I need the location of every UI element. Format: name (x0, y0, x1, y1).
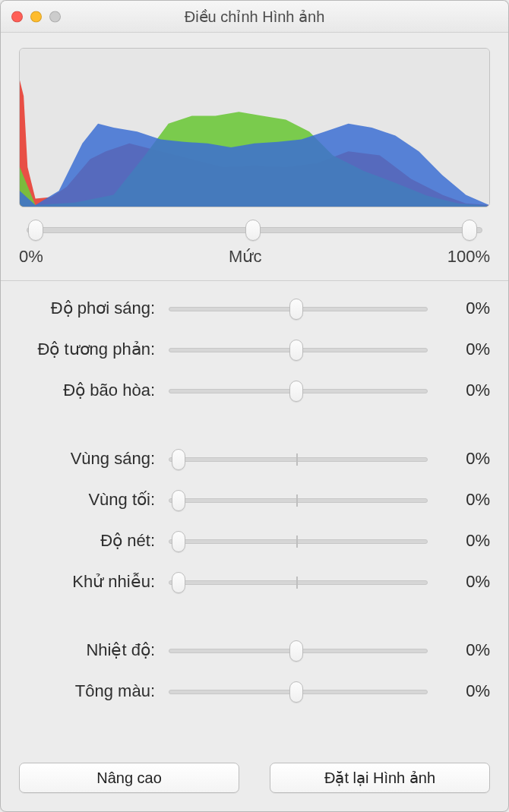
slider-row: Độ phơi sáng:0% (19, 295, 490, 322)
levels-right-label: 100% (447, 247, 490, 267)
slider-row: Vùng tối:0% (19, 486, 490, 513)
histogram (19, 48, 490, 207)
levels-labels: 0% Mức 100% (19, 247, 490, 267)
slider-tick (296, 536, 298, 548)
window-title: Điều chỉnh Hình ảnh (1, 8, 508, 26)
slider-rows: Độ phơi sáng:0%Độ tương phản:0%Độ bão hò… (19, 295, 490, 705)
slider-value: 0% (437, 299, 490, 318)
content-area: 0% Mức 100% Độ phơi sáng:0%Độ tương phản… (1, 33, 508, 811)
slider-row: Nhiệt độ:0% (19, 637, 490, 664)
levels-left-label: 0% (19, 247, 43, 267)
slider-label: Vùng tối: (19, 490, 160, 510)
slider-value: 0% (437, 340, 490, 359)
slider-label: Độ nét: (19, 531, 160, 551)
slider-label: Độ tương phản: (19, 340, 160, 359)
slider-tick (296, 453, 298, 466)
levels-white-thumb[interactable] (462, 220, 477, 241)
slider-thumb[interactable] (289, 381, 303, 402)
divider (1, 280, 508, 281)
slider-thumb[interactable] (172, 572, 185, 593)
slider-control[interactable] (160, 489, 437, 510)
slider-track (169, 539, 428, 544)
slider-thumb[interactable] (172, 531, 185, 552)
levels-mid-label: Mức (229, 247, 261, 267)
slider-row: Vùng sáng:0% (19, 445, 490, 472)
slider-row: Độ bão hòa:0% (19, 377, 490, 404)
slider-value: 0% (437, 449, 490, 469)
slider-thumb[interactable] (289, 681, 303, 703)
slider-thumb[interactable] (289, 299, 303, 320)
slider-control[interactable] (160, 530, 437, 551)
slider-value: 0% (437, 681, 490, 701)
slider-value: 0% (437, 531, 490, 551)
slider-label: Tông màu: (19, 681, 160, 701)
titlebar: Điều chỉnh Hình ảnh (1, 1, 508, 33)
slider-value: 0% (437, 640, 490, 660)
slider-value: 0% (437, 572, 490, 592)
slider-thumb[interactable] (289, 640, 303, 662)
minimize-window-button[interactable] (30, 11, 42, 22)
slider-track (169, 580, 428, 585)
slider-control[interactable] (160, 380, 437, 401)
group-spacer (19, 609, 490, 623)
slider-control[interactable] (160, 640, 437, 661)
slider-label: Vùng sáng: (19, 449, 160, 469)
slider-label: Độ phơi sáng: (19, 299, 160, 318)
slider-thumb[interactable] (172, 449, 185, 470)
slider-row: Khử nhiễu:0% (19, 568, 490, 596)
slider-value: 0% (437, 490, 490, 510)
slider-thumb[interactable] (289, 340, 303, 361)
levels-slider[interactable] (19, 218, 490, 244)
slider-control[interactable] (160, 681, 437, 702)
slider-tick (296, 494, 298, 507)
levels-black-thumb[interactable] (28, 220, 43, 241)
group-spacer (19, 418, 490, 431)
close-window-button[interactable] (11, 11, 23, 22)
reset-button[interactable]: Đặt lại Hình ảnh (270, 763, 490, 793)
enhance-button[interactable]: Nâng cao (19, 763, 239, 793)
slider-thumb[interactable] (172, 490, 185, 511)
slider-row: Độ nét:0% (19, 527, 490, 554)
slider-control[interactable] (160, 448, 437, 469)
slider-value: 0% (437, 381, 490, 400)
zoom-window-button[interactable] (49, 11, 61, 22)
slider-label: Khử nhiễu: (19, 572, 160, 592)
button-row: Nâng cao Đặt lại Hình ảnh (19, 749, 490, 811)
slider-row: Tông màu:0% (19, 678, 490, 705)
slider-label: Độ bão hòa: (19, 381, 160, 400)
slider-track (169, 498, 428, 503)
slider-label: Nhiệt độ: (19, 640, 160, 660)
adjust-image-window: Điều chỉnh Hình ảnh 0% Mức 100% (0, 0, 509, 812)
traffic-lights (11, 11, 61, 22)
slider-control[interactable] (160, 298, 437, 319)
slider-track (169, 457, 428, 462)
levels-mid-thumb[interactable] (245, 220, 261, 241)
slider-control[interactable] (160, 571, 437, 592)
slider-control[interactable] (160, 339, 437, 360)
slider-tick (296, 577, 298, 589)
slider-row: Độ tương phản:0% (19, 336, 490, 363)
